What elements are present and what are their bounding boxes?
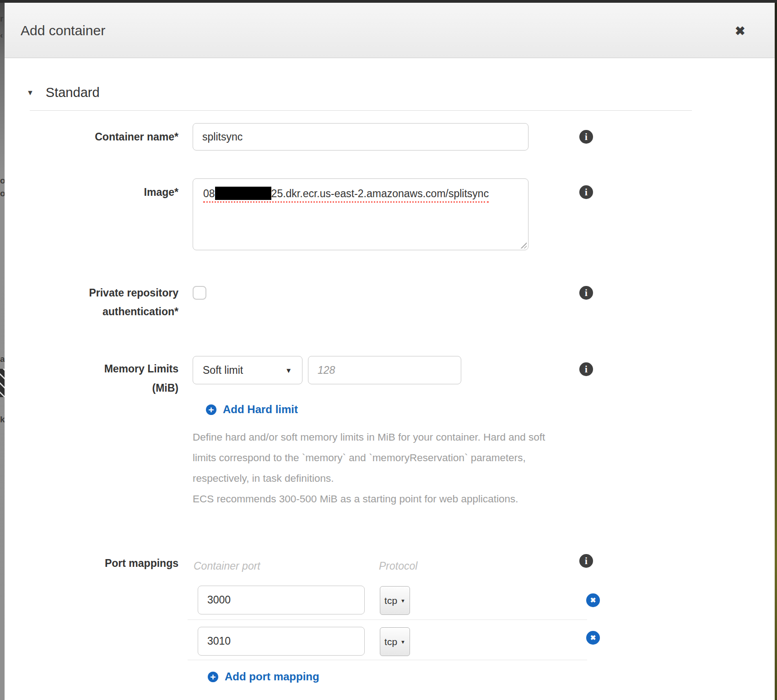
textarea-resize-handle[interactable] [520, 242, 527, 248]
close-icon[interactable]: ✖ [735, 24, 745, 38]
background-page-right-edge [775, 3, 777, 700]
chevron-down-icon: ▼ [400, 598, 405, 603]
section-title: Standard [46, 85, 100, 100]
left-edge-text-fragment: o [0, 176, 5, 186]
container-name-label: Container name* [27, 131, 178, 143]
image-value: 0825.dkr.ecr.us-east-2.amazonaws.com/spl… [203, 187, 489, 203]
remove-port-mapping-icon[interactable]: ✖ [586, 593, 600, 607]
left-edge-logo-fragment [0, 369, 5, 397]
image-label: Image* [27, 186, 178, 199]
memory-limit-type-select[interactable]: Soft limit ▼ [193, 356, 302, 384]
memory-limit-value-input[interactable] [308, 356, 461, 384]
chevron-down-icon: ▼ [285, 366, 292, 374]
left-edge-text-fragment: ‹ [0, 30, 3, 40]
container-port-input[interactable] [198, 586, 365, 614]
info-icon[interactable]: i [579, 130, 593, 144]
plus-icon: + [206, 404, 216, 415]
add-hard-limit-button[interactable]: + Add Hard limit [206, 403, 298, 416]
remove-port-mapping-icon[interactable]: ✖ [586, 631, 600, 645]
plus-icon: + [208, 672, 218, 682]
info-icon[interactable]: i [579, 554, 593, 568]
info-icon[interactable]: i [579, 362, 593, 376]
info-icon[interactable]: i [579, 286, 593, 300]
memory-limits-label-line2: (MiB) [27, 382, 178, 394]
background-page-left-edge: r ‹ o o a ki [0, 3, 5, 700]
left-edge-text-fragment: o [0, 188, 5, 199]
memory-limits-label-line1: Memory Limits [27, 363, 178, 375]
info-icon[interactable]: i [579, 185, 593, 199]
row-divider [188, 660, 587, 660]
container-name-input[interactable] [193, 123, 529, 151]
image-textarea[interactable]: 0825.dkr.ecr.us-east-2.amazonaws.com/spl… [193, 178, 529, 250]
container-port-input[interactable] [198, 627, 365, 656]
port-mappings-label: Port mappings [27, 557, 178, 570]
private-repo-label-line2: authentication* [27, 306, 178, 318]
redaction-box [215, 187, 271, 200]
chevron-down-icon: ▼ [400, 639, 405, 645]
modal-header [5, 3, 775, 58]
left-edge-text-fragment: ki [0, 415, 5, 425]
section-divider [30, 110, 692, 111]
protocol-column-header: Protocol [379, 560, 417, 572]
memory-limit-type-value: Soft limit [203, 364, 243, 377]
left-edge-text-fragment: r [0, 14, 3, 24]
memory-help-text: Define hard and/or soft memory limits in… [193, 427, 545, 509]
modal-title: Add container [21, 23, 105, 38]
add-port-mapping-button[interactable]: + Add port mapping [208, 670, 319, 683]
private-repo-checkbox[interactable] [193, 286, 206, 300]
left-edge-text-fragment: a [0, 354, 5, 364]
section-standard-toggle[interactable]: ▼ Standard [27, 85, 100, 100]
container-port-column-header: Container port [194, 560, 260, 572]
row-divider [188, 619, 587, 620]
protocol-select[interactable]: tcp ▼ [380, 586, 410, 615]
chevron-down-icon: ▼ [27, 89, 34, 97]
protocol-select[interactable]: tcp ▼ [380, 627, 410, 656]
private-repo-label-line1: Private repository [27, 287, 178, 299]
